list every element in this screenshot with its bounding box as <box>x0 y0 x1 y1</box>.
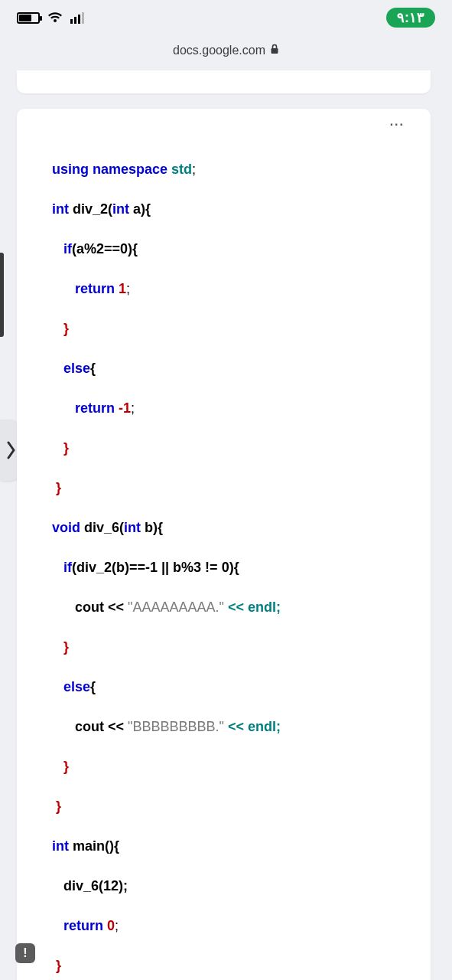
alert-badge[interactable]: ! <box>15 943 35 963</box>
page-content: ... using namespace std; int div_2(int a… <box>0 70 452 980</box>
status-bar: ٩:١٣ <box>0 0 452 35</box>
page-scroll-indicator <box>0 92 5 980</box>
svg-rect-3 <box>82 12 84 24</box>
lock-icon <box>270 44 279 57</box>
clock-pill: ٩:١٣ <box>386 8 435 28</box>
previous-card-stub <box>17 70 431 93</box>
page-url: docs.google.com <box>173 44 265 57</box>
ellipsis-icon: ... <box>390 115 405 129</box>
status-clock: ٩:١٣ <box>386 9 435 26</box>
svg-rect-0 <box>70 19 73 24</box>
svg-rect-1 <box>74 17 76 24</box>
status-icons-left <box>17 11 87 24</box>
svg-rect-4 <box>271 48 278 54</box>
wifi-icon <box>47 11 63 24</box>
browser-omnibar[interactable]: docs.google.com <box>0 35 452 66</box>
signal-icon <box>70 11 87 24</box>
code-block-1: using namespace std; int div_2(int a){ i… <box>38 139 409 980</box>
svg-rect-2 <box>78 15 80 24</box>
battery-icon <box>17 12 40 24</box>
question-card-1: ... using namespace std; int div_2(int a… <box>17 109 431 980</box>
